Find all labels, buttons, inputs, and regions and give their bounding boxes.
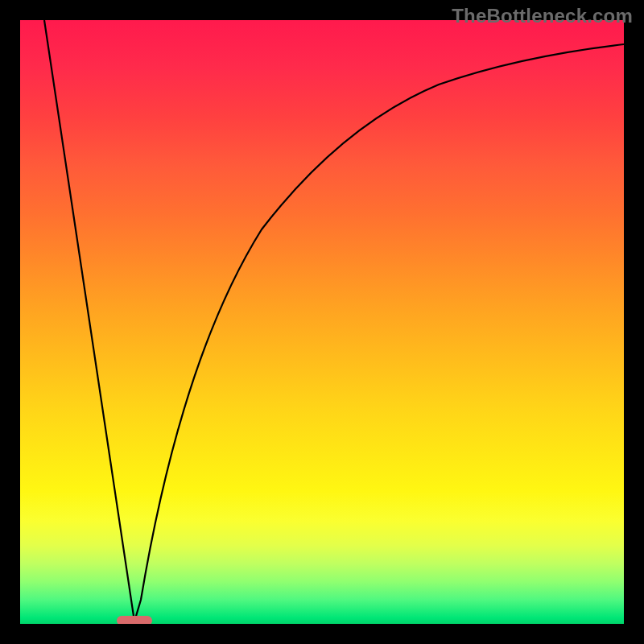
chart-frame: TheBottleneck.com	[0, 0, 644, 644]
vertex-marker	[117, 616, 152, 624]
watermark-text: TheBottleneck.com	[452, 5, 633, 27]
plot-area	[20, 20, 624, 624]
right-ascending-curve	[134, 44, 624, 621]
left-descending-line	[44, 20, 134, 621]
curve-overlay	[20, 20, 624, 624]
